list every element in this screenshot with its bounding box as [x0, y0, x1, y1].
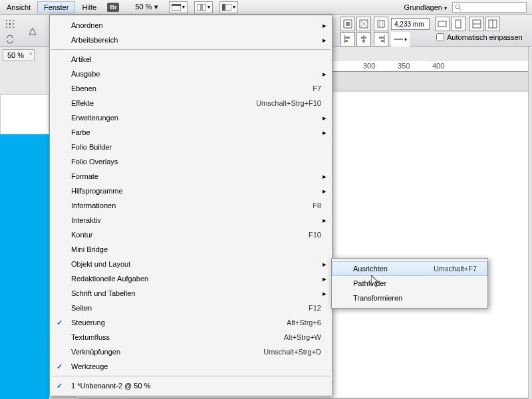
frame-crop-icon[interactable]: [374, 17, 388, 31]
close-icon[interactable]: ×: [29, 51, 33, 57]
align-right-icon[interactable]: [374, 32, 388, 47]
chevron-right-icon: ▸: [323, 21, 327, 30]
menu-farbe[interactable]: Farbe▸: [50, 125, 332, 140]
check-icon: ✓: [57, 362, 63, 371]
svg-point-12: [9, 23, 11, 25]
menubar-item-hilfe[interactable]: Hilfe: [75, 1, 103, 13]
svg-rect-28: [345, 37, 350, 39]
menu-textumfluss[interactable]: TextumflussAlt+Strg+W: [50, 330, 332, 344]
menu-hilfsprogramme[interactable]: Hilfsprogramme▸: [50, 184, 332, 198]
svg-rect-3: [202, 4, 206, 11]
submenu-transformieren[interactable]: Transformieren: [332, 291, 487, 305]
menu-ausgabe[interactable]: Ausgabe▸: [50, 66, 332, 81]
align-left-icon[interactable]: [340, 32, 355, 47]
menu-verknuepfungen[interactable]: VerknüpfungenUmschalt+Strg+D: [50, 344, 332, 359]
fit-frame-icon[interactable]: [356, 17, 371, 31]
svg-point-16: [13, 27, 14, 28]
chevron-right-icon: ▸: [323, 70, 327, 78]
menu-steuerung[interactable]: ✓SteuerungAlt+Strg+6: [50, 315, 332, 330]
constrain-icon[interactable]: [3, 32, 17, 47]
menubar: Ansicht Fenster Hilfe Br 50 % ▾ ▾ ▾ ▾ Gr…: [0, 0, 532, 15]
stroke-style-icon[interactable]: ▾: [391, 32, 410, 47]
svg-rect-4: [222, 4, 225, 11]
menu-interaktiv[interactable]: Interaktiv▸: [50, 213, 332, 227]
fit-opt2-icon[interactable]: [451, 17, 466, 31]
doc-tab[interactable]: 50 %×: [3, 49, 35, 61]
svg-rect-20: [378, 21, 384, 27]
workspace-switcher[interactable]: Grundlagen ▾: [404, 3, 447, 11]
fit-opt1-icon[interactable]: [435, 17, 450, 31]
stroke-width-field[interactable]: [391, 18, 430, 30]
menu-folio-overlays[interactable]: Folio Overlays: [50, 154, 332, 169]
chevron-right-icon: ▸: [323, 128, 327, 137]
menu-kontur[interactable]: KonturF10: [50, 227, 332, 242]
flip-h-icon[interactable]: [25, 24, 40, 39]
menu-folio-builder[interactable]: Folio Builder: [50, 140, 332, 154]
menu-redaktionelle[interactable]: Redaktionelle Aufgaben▸: [50, 271, 332, 286]
menu-informationen[interactable]: InformationenF8: [50, 198, 332, 213]
svg-rect-22: [456, 20, 461, 28]
left-panel: 50 %×: [0, 47, 49, 399]
svg-rect-31: [361, 37, 366, 39]
menubar-item-fenster[interactable]: Fenster: [37, 1, 75, 13]
chevron-right-icon: ▸: [323, 216, 327, 225]
zoom-level[interactable]: 50 % ▾: [131, 1, 162, 13]
chevron-right-icon: ▸: [323, 260, 327, 269]
submenu-ausrichten[interactable]: AusrichtenUmschalt+F7: [332, 261, 487, 276]
chevron-right-icon: ▸: [323, 172, 327, 181]
menu-separator: [51, 49, 331, 50]
chevron-right-icon: ▸: [323, 187, 327, 196]
menu-separator: [51, 376, 331, 376]
svg-point-10: [13, 20, 14, 21]
chevron-right-icon: ▸: [323, 275, 327, 283]
menu-schrift-tabellen[interactable]: Schrift und Tabellen▸: [50, 286, 332, 301]
menu-formate[interactable]: Formate▸: [50, 169, 332, 184]
menu-arbeitsbereich[interactable]: Arbeitsbereich▸: [50, 33, 332, 47]
bridge-button[interactable]: Br: [107, 3, 119, 12]
objekt-layout-submenu: AusrichtenUmschalt+F7 Pathfinder Transfo…: [331, 258, 488, 309]
svg-rect-18: [346, 22, 350, 26]
menubar-item-ansicht[interactable]: Ansicht: [0, 1, 37, 13]
view-options-icon[interactable]: ▾: [219, 1, 238, 13]
autofit-checkbox[interactable]: Automatisch einpassen: [436, 33, 523, 41]
svg-rect-5: [225, 4, 231, 11]
svg-rect-1: [172, 4, 181, 6]
chevron-right-icon: ▸: [323, 114, 327, 122]
fit-opt3-icon[interactable]: [469, 17, 484, 31]
fenster-menu: Anordnen▸ Arbeitsbereich▸ Artikel Ausgab…: [49, 15, 332, 396]
autofit-label: Automatisch einpassen: [447, 33, 523, 41]
panel-white-area: [0, 94, 49, 134]
chevron-right-icon: ▸: [323, 289, 327, 298]
menu-anordnen[interactable]: Anordnen▸: [50, 18, 332, 33]
menu-artikel[interactable]: Artikel: [50, 52, 332, 66]
menu-ebenen[interactable]: EbenenF7: [50, 81, 332, 96]
scrollbar-right[interactable]: [528, 47, 532, 399]
chevron-right-icon: ▸: [323, 36, 327, 45]
svg-point-14: [6, 27, 7, 28]
svg-point-8: [6, 20, 7, 21]
submenu-pathfinder[interactable]: Pathfinder: [332, 276, 487, 291]
menu-objekt-layout[interactable]: Objekt und Layout▸: [50, 257, 332, 271]
svg-rect-29: [345, 40, 348, 42]
fit-content-icon[interactable]: [340, 17, 355, 31]
svg-line-7: [459, 8, 461, 10]
autofit-check-input[interactable]: [436, 33, 444, 41]
menu-seiten[interactable]: SeitenF12: [50, 301, 332, 315]
check-icon: ✓: [57, 319, 63, 327]
ref-point-icon[interactable]: [3, 17, 17, 31]
arrange-docs-icon[interactable]: ▾: [194, 1, 213, 13]
menu-effekte[interactable]: EffekteUmschalt+Strg+F10: [50, 96, 332, 110]
svg-rect-2: [197, 4, 201, 11]
fit-opt4-icon[interactable]: [485, 17, 500, 31]
search-input[interactable]: [452, 2, 527, 13]
svg-point-15: [9, 27, 11, 28]
menu-werkzeuge[interactable]: ✓Werkzeuge: [50, 359, 332, 374]
menu-mini-bridge[interactable]: Mini Bridge: [50, 242, 332, 257]
menu-doc-1[interactable]: ✓1 *Unbenannt-2 @ 50 %: [50, 378, 332, 393]
check-icon: ✓: [57, 382, 63, 390]
screen-mode-icon[interactable]: ▾: [169, 1, 188, 13]
menu-erweiterungen[interactable]: Erweiterungen▸: [50, 110, 332, 125]
align-center-icon[interactable]: [356, 32, 371, 47]
svg-point-9: [9, 20, 11, 21]
panel-cyan-area: [0, 134, 49, 399]
